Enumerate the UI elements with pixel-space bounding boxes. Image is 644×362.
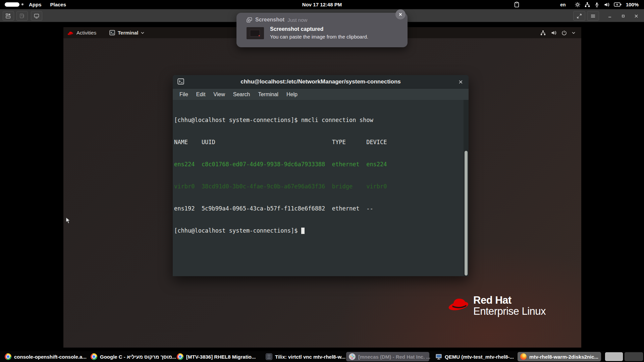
terminal-app-menu[interactable]: Terminal	[109, 27, 144, 38]
vm-system-tray[interactable]	[540, 27, 575, 38]
taskbar-item-console[interactable]: console-openshift-console.a...	[2, 351, 89, 362]
chrome-icon	[177, 353, 183, 360]
terminal-scrollbar-thumb[interactable]	[465, 151, 468, 276]
display-button[interactable]	[31, 11, 42, 21]
terminal-window: chhu@localhost:/etc/NetworkManager/syste…	[173, 75, 469, 276]
taskbar-item-firefox[interactable]: mtv-rhel8-warm-2disks2nic...	[518, 352, 601, 361]
power-icon	[561, 30, 567, 36]
terminal-content[interactable]: [chhu@localhost system-connections]$ nmc…	[173, 100, 469, 276]
taskbar-item-blank-dark[interactable]	[625, 352, 643, 361]
clipboard-icon[interactable]	[514, 2, 519, 7]
notification-time: Just now	[287, 17, 307, 23]
taskbar-item-blank-light[interactable]	[605, 352, 623, 361]
brand-name: Red Hat	[473, 295, 546, 306]
vm-network-icon	[540, 30, 546, 36]
terminal-app-icon	[109, 30, 115, 36]
activities-button[interactable]: Activities	[67, 27, 96, 38]
redhat-logo-icon	[448, 295, 471, 311]
minimize-button[interactable]	[605, 11, 615, 21]
battery-percent: 100%	[626, 2, 639, 7]
vm-volume-icon	[551, 30, 556, 36]
chevron-down-icon	[141, 32, 144, 34]
screenshot-icon	[247, 17, 252, 23]
close-window-button[interactable]	[631, 11, 641, 21]
chrome-icon	[91, 353, 97, 360]
vm-desktop: Activities Terminal	[63, 27, 581, 348]
media-button-disabled[interactable]	[16, 11, 28, 21]
windows-overview-button[interactable]	[3, 11, 14, 21]
network-icon[interactable]	[585, 2, 590, 7]
terminal-output: [chhu@localhost system-connections]$ nmc…	[173, 100, 469, 249]
terminal-menubar: File Edit View Search Terminal Help	[173, 89, 469, 100]
microphone-icon[interactable]	[594, 2, 599, 7]
fullscreen-button[interactable]	[573, 11, 585, 21]
qemu-icon	[435, 353, 442, 360]
taskbar-item-qemu[interactable]: QEMU (mtv-test_mtv-rhel8-...	[433, 351, 517, 362]
brightness-icon[interactable]	[575, 2, 580, 7]
terminal-title: chhu@localhost:/etc/NetworkManager/syste…	[173, 75, 469, 88]
chrome-icon	[5, 353, 11, 360]
terminal-line: ens224 c8c01768-ed07-4d49-9938-9dc6a7933…	[174, 161, 469, 168]
redhat-branding: Red Hat Enterprise Linux	[448, 295, 546, 317]
menu-file[interactable]: File	[175, 92, 192, 98]
redhat-fedora-icon	[67, 31, 74, 35]
mouse-cursor	[65, 217, 71, 226]
restore-button[interactable]	[618, 11, 628, 21]
taskbar-item-mtv-3836[interactable]: [MTV-3836] RHEL8 Migratio...	[174, 351, 259, 362]
notification-close-button[interactable]	[395, 9, 406, 19]
brand-product: Enterprise Linux	[473, 306, 546, 317]
terminal-cursor	[301, 228, 305, 234]
menu-help[interactable]: Help	[282, 92, 302, 98]
app-menu-label: Terminal	[118, 30, 138, 36]
screenshot-notification[interactable]: Screenshot Just now Screenshot captured …	[236, 13, 408, 47]
slack-icon	[349, 353, 356, 360]
keyboard-layout-indicator[interactable]: en	[560, 2, 566, 7]
activities-label: Activities	[76, 30, 96, 36]
terminal-line: virbr0 38cd91d0-3b0c-4fae-9c0b-a67e96a63…	[174, 183, 469, 190]
menu-terminal[interactable]: Terminal	[254, 92, 282, 98]
terminal-prompt-line: [chhu@localhost system-connections]$	[174, 227, 469, 234]
terminal-close-button[interactable]	[456, 77, 465, 86]
notification-body: You can paste the image from the clipboa…	[270, 34, 368, 40]
terminal-line: [chhu@localhost system-connections]$ nmc…	[174, 116, 469, 124]
taskbar-item-slack[interactable]: [mnecas (DM) - Red Hat Inc. ...	[346, 352, 429, 361]
taskbar-item-tilix[interactable]: Tilix: virtctl vnc mtv-rhel8-w...	[263, 351, 348, 362]
terminal-line: NAME UUID TYPE DEVICE	[174, 138, 469, 146]
taskbar-item-google[interactable]: Google C - מוסך מרקוס מעיליא...	[88, 351, 179, 362]
taskbar: console-openshift-console.a... Google C …	[0, 351, 644, 362]
host-top-bar: Apps Places Nov 17 12:48 PM en	[0, 0, 644, 9]
notification-source: Screenshot	[255, 17, 284, 23]
screenshot-thumbnail	[247, 27, 264, 39]
menu-search[interactable]: Search	[229, 92, 254, 98]
terminal-titlebar[interactable]: chhu@localhost:/etc/NetworkManager/syste…	[173, 75, 469, 88]
tray-chevron-down-icon	[572, 32, 575, 34]
menu-view[interactable]: View	[209, 92, 229, 98]
tilix-icon	[266, 353, 272, 360]
screen: Apps Places Nov 17 12:48 PM en	[0, 0, 644, 362]
notification-title: Screenshot captured	[270, 26, 323, 32]
terminal-scrollbar-track[interactable]	[464, 100, 469, 276]
volume-icon[interactable]	[604, 2, 609, 7]
hamburger-menu-button[interactable]	[587, 11, 599, 21]
firefox-icon	[520, 353, 527, 360]
battery-icon[interactable]	[614, 2, 622, 7]
menu-edit[interactable]: Edit	[192, 92, 210, 98]
terminal-line: ens192 5c9b99a4-0965-43ca-b57f-f11c8e6f6…	[174, 205, 469, 212]
